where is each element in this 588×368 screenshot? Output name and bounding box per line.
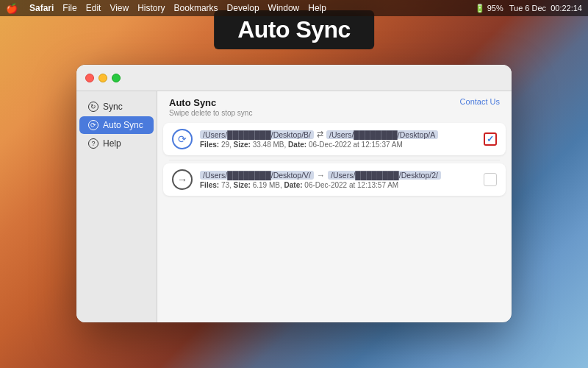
date-value-1: 06-Dec-2022 at 12:15:37 AM [309, 141, 403, 149]
menubar-develop[interactable]: Develop [227, 3, 259, 13]
menubar-bookmarks[interactable]: Bookmarks [174, 3, 218, 13]
sync-path-2: /Users/████████/Desktop/V/ → /Users/████… [200, 171, 476, 180]
sync-meta-1: Files: 29, Size: 33.48 MB, Date: 06-Dec-… [200, 141, 476, 149]
menubar-app-name[interactable]: Safari [29, 3, 54, 13]
sync-info-1: /Users/████████/Desktop/B/ ⇄ /Users/████… [200, 130, 476, 149]
menubar-window[interactable]: Window [268, 3, 300, 13]
size-label-1: Size: [234, 141, 253, 149]
content-subtitle: Swipe delete to stop sync [169, 109, 252, 117]
sync-item-1: ⟳ /Users/████████/Desktop/B/ ⇄ /Users/██… [163, 123, 506, 155]
date-label-2: Date: [284, 181, 305, 189]
sync-divider [169, 160, 500, 160]
sync-icon-2: → [172, 169, 193, 190]
menubar-history[interactable]: History [137, 3, 165, 13]
sync-path-1: /Users/████████/Desktop/B/ ⇄ /Users/████… [200, 130, 476, 139]
main-content: Auto Sync Swipe delete to stop sync Cont… [157, 91, 512, 322]
date-value-2: 06-Dec-2022 at 12:13:57 AM [304, 181, 398, 189]
traffic-lights [85, 74, 121, 82]
sync-item-2: → /Users/████████/Desktop/V/ → /Users/██… [163, 163, 506, 196]
menubar-left: 🍎 Safari File Edit View History Bookmark… [6, 3, 326, 14]
sync-nav-icon: ↻ [88, 102, 98, 112]
menubar-help[interactable]: Help [308, 3, 326, 13]
sidebar-item-sync-label: Sync [103, 102, 123, 112]
fullscreen-button[interactable] [112, 74, 121, 82]
sidebar-item-auto-sync[interactable]: ⟳ Auto Sync [79, 116, 154, 134]
files-count-1: 29 [221, 141, 229, 149]
sidebar-item-help-label: Help [103, 138, 121, 149]
size-value-1: 33.48 MB [253, 141, 284, 149]
sync-icon-1: ⟳ [172, 129, 193, 149]
sync-info-2: /Users/████████/Desktop/V/ → /Users/████… [200, 171, 476, 189]
path-to-1: /Users/████████/Desktop/A [326, 130, 438, 139]
clock: Tue 6 Dec 00:22:14 [509, 4, 582, 13]
files-label-2: Files: [200, 181, 221, 189]
close-button[interactable] [85, 74, 94, 82]
path-to-2: /Users/████████/Desktop/2/ [328, 171, 441, 180]
app-title-text: Auto Sync [237, 16, 351, 43]
content-header-left: Auto Sync Swipe delete to stop sync [169, 97, 252, 117]
content-title: Auto Sync [169, 97, 252, 108]
content-header: Auto Sync Swipe delete to stop sync Cont… [157, 91, 512, 120]
sync-list: ⟳ /Users/████████/Desktop/B/ ⇄ /Users/██… [157, 120, 512, 322]
app-window: ↻ Sync ⟳ Auto Sync ? Help Auto Sync Swip… [76, 65, 512, 322]
sidebar-item-sync[interactable]: ↻ Sync [79, 98, 154, 116]
files-label-1: Files: [200, 141, 221, 149]
minimize-button[interactable] [98, 74, 107, 82]
apple-logo-icon[interactable]: 🍎 [6, 3, 18, 14]
menubar-view[interactable]: View [110, 3, 129, 13]
path-from-2: /Users/████████/Desktop/V/ [200, 171, 314, 180]
menubar-edit[interactable]: Edit [86, 3, 101, 13]
path-from-1: /Users/████████/Desktop/B/ [200, 130, 314, 139]
sync-checkbox-1[interactable] [484, 132, 497, 146]
window-body: ↻ Sync ⟳ Auto Sync ? Help Auto Sync Swip… [76, 91, 512, 322]
auto-sync-nav-icon: ⟳ [88, 120, 98, 130]
sync-arrow-2: → [317, 171, 325, 180]
sync-arrow-1: ⇄ [317, 130, 323, 139]
menubar-right: 🔋 95% Tue 6 Dec 00:22:14 [475, 4, 582, 13]
files-count-2: 73 [221, 181, 229, 189]
help-nav-icon: ? [88, 138, 98, 149]
sidebar: ↻ Sync ⟳ Auto Sync ? Help [76, 91, 157, 322]
sync-meta-2: Files: 73, Size: 6.19 MB, Date: 06-Dec-2… [200, 181, 476, 189]
sidebar-item-help[interactable]: ? Help [79, 135, 154, 152]
contact-us-button[interactable]: Contact Us [460, 97, 500, 106]
size-value-2: 6.19 MB [253, 181, 280, 189]
size-label-2: Size: [234, 181, 253, 189]
title-bar [76, 65, 512, 91]
menubar: 🍎 Safari File Edit View History Bookmark… [0, 0, 588, 16]
sidebar-item-auto-sync-label: Auto Sync [103, 120, 143, 130]
date-label-1: Date: [288, 141, 309, 149]
battery-indicator: 🔋 95% [475, 4, 503, 13]
sync-checkbox-2[interactable] [484, 173, 497, 186]
menubar-file[interactable]: File [62, 3, 76, 13]
